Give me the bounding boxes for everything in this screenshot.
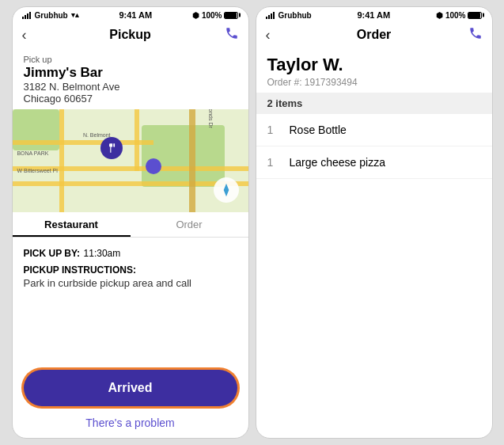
arrived-button[interactable]: Arrived (24, 370, 237, 406)
customer-info: Taylor W. Order #: 1917393494 (256, 47, 492, 93)
user-location-pin (146, 158, 161, 174)
battery-label: 100% (202, 11, 222, 20)
page-title-2: Order (357, 28, 392, 42)
order-item-2: 1 Large cheese pizza (256, 146, 492, 179)
pickup-by-label: PICK UP BY: (24, 248, 81, 259)
signal-icon (22, 12, 31, 19)
pickup-info: Pick up Jimmy's Bar 3182 N. Belmont Ave … (13, 47, 248, 109)
order-number: Order #: 1917393494 (267, 77, 481, 88)
map-background: Simonds Dr W Bittersweet Pl N. Belmont B… (13, 109, 248, 212)
item-qty-2: 1 (267, 156, 283, 169)
time-display-2: 9:41 AM (357, 10, 390, 20)
page-title-1: Pickup (109, 28, 150, 42)
battery-icon (224, 12, 238, 19)
battery-icon-2 (468, 12, 482, 19)
phone-call-button-2[interactable] (468, 26, 483, 44)
address-line-2: Chicago 60657 (24, 93, 237, 105)
instructions-row: PICKUP INSTRUCTIONS: Park in curbside pi… (24, 264, 237, 289)
tab-order[interactable]: Order (131, 212, 248, 237)
back-button-1[interactable]: ‹ (22, 27, 27, 44)
status-bar-2: Grubhub 9:41 AM ⬢ 100% (256, 7, 492, 23)
status-bar-1: Grubhub ▾▴ 9:41 AM ⬢ 100% (13, 7, 248, 23)
bluetooth-icon-2: ⬢ (436, 11, 443, 20)
signal-icon-2 (266, 12, 275, 19)
compass-icon[interactable] (214, 177, 239, 203)
address-line-1: 3182 N. Belmont Ave (24, 81, 237, 93)
instructions-label: PICKUP INSTRUCTIONS: (24, 264, 237, 276)
problem-link[interactable]: There's a problem (85, 416, 174, 429)
item-name-2: Large cheese pizza (290, 156, 385, 169)
pickup-details: PICK UP BY: 11:30am PICKUP INSTRUCTIONS:… (13, 238, 248, 363)
restaurant-name: Jimmy's Bar (24, 65, 237, 81)
pickup-label: Pick up (24, 55, 237, 64)
map-view[interactable]: Simonds Dr W Bittersweet Pl N. Belmont B… (13, 109, 248, 212)
customer-name: Taylor W. (267, 55, 481, 75)
pickup-by-value: 11:30am (84, 248, 121, 259)
phone-call-button-1[interactable] (225, 26, 239, 44)
carrier-label: Grubhub (35, 11, 68, 20)
tab-restaurant[interactable]: Restaurant (13, 212, 131, 237)
carrier-label-2: Grubhub (279, 11, 312, 20)
item-qty-1: 1 (267, 124, 283, 136)
items-header: 2 items (256, 93, 492, 114)
battery-label-2: 100% (445, 11, 466, 20)
pickup-by-row: PICK UP BY: 11:30am (24, 245, 237, 260)
arrived-button-container: Arrived (13, 363, 248, 409)
wifi-icon: ▾▴ (71, 11, 79, 19)
item-name-1: Rose Bottle (290, 124, 347, 136)
phone-screen-1: Grubhub ▾▴ 9:41 AM ⬢ 100% ‹ Pickup Pick … (12, 6, 249, 439)
nav-header-1: ‹ Pickup (13, 23, 248, 47)
bluetooth-icon: ⬢ (192, 11, 199, 20)
restaurant-pin (100, 137, 123, 159)
order-item-1: 1 Rose Bottle (256, 114, 492, 146)
instructions-text: Park in curbside pickup area and call (24, 277, 237, 289)
time-display: 9:41 AM (119, 10, 152, 20)
problem-link-container: There's a problem (13, 409, 248, 438)
nav-header-2: ‹ Order (256, 23, 492, 47)
phone-screen-2: Grubhub 9:41 AM ⬢ 100% ‹ Order Taylor W.… (256, 6, 493, 439)
tab-bar: Restaurant Order (13, 212, 248, 238)
back-button-2[interactable]: ‹ (266, 27, 271, 44)
